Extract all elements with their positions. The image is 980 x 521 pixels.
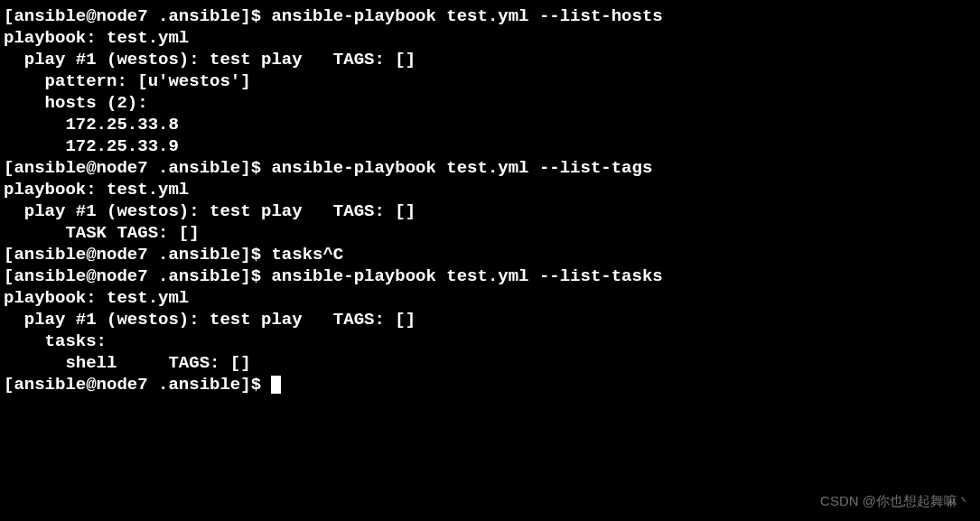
shell-prompt: [ansible@node7 .ansible]$ xyxy=(4,375,271,395)
command-text: ansible-playbook test.yml --list-tasks xyxy=(271,266,662,286)
shell-prompt: [ansible@node7 .ansible]$ xyxy=(4,245,271,265)
play-info: play #1 (westos): test play TAGS: [] xyxy=(4,200,976,222)
hosts-count: hosts (2): xyxy=(4,92,976,114)
play-info: play #1 (westos): test play TAGS: [] xyxy=(4,49,976,70)
play-info: play #1 (westos): test play TAGS: [] xyxy=(4,309,976,330)
prompt-line-1: [ansible@node7 .ansible]$ ansible-playbo… xyxy=(4,5,976,27)
shell-prompt: [ansible@node7 .ansible]$ xyxy=(4,158,271,178)
command-text: tasks^C xyxy=(271,245,343,265)
pattern-info: pattern: [u'westos'] xyxy=(4,70,976,92)
shell-task: shell TAGS: [] xyxy=(4,352,976,374)
playbook-header: playbook: test.yml xyxy=(4,27,976,49)
prompt-line-2: [ansible@node7 .ansible]$ ansible-playbo… xyxy=(4,157,976,179)
prompt-line-4: [ansible@node7 .ansible]$ ansible-playbo… xyxy=(4,265,976,287)
command-text: ansible-playbook test.yml --list-tags xyxy=(271,158,652,178)
watermark-text: CSDN @你也想起舞嘛丶 xyxy=(820,490,971,512)
task-tags: TASK TAGS: [] xyxy=(4,222,976,244)
terminal-output[interactable]: [ansible@node7 .ansible]$ ansible-playbo… xyxy=(4,5,976,395)
command-text: ansible-playbook test.yml --list-hosts xyxy=(271,6,662,26)
cursor-icon xyxy=(271,376,281,394)
tasks-label: tasks: xyxy=(4,330,976,352)
shell-prompt: [ansible@node7 .ansible]$ xyxy=(4,6,271,26)
shell-prompt: [ansible@node7 .ansible]$ xyxy=(4,266,271,286)
playbook-header: playbook: test.yml xyxy=(4,287,976,309)
playbook-header: playbook: test.yml xyxy=(4,179,976,200)
prompt-line-3: [ansible@node7 .ansible]$ tasks^C xyxy=(4,244,976,265)
prompt-line-5[interactable]: [ansible@node7 .ansible]$ xyxy=(4,374,976,395)
host-entry-1: 172.25.33.8 xyxy=(4,114,976,135)
host-entry-2: 172.25.33.9 xyxy=(4,135,976,157)
